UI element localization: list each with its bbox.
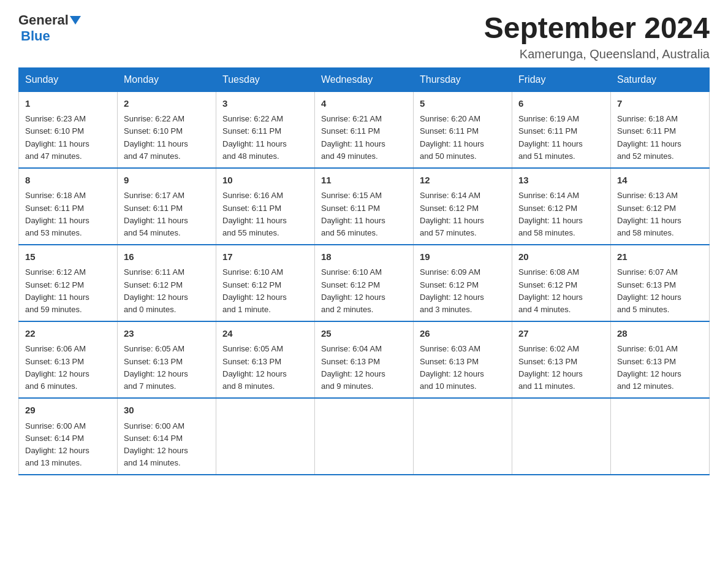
day-number: 8: [25, 174, 111, 188]
calendar-table: SundayMondayTuesdayWednesdayThursdayFrid…: [18, 67, 710, 475]
day-of-week-header: Saturday: [611, 67, 710, 91]
day-info: Sunrise: 6:00 AM Sunset: 6:14 PM Dayligh…: [25, 420, 111, 470]
day-info: Sunrise: 6:15 AM Sunset: 6:11 PM Dayligh…: [321, 190, 407, 239]
logo-triangle-top: [70, 16, 81, 25]
day-info: Sunrise: 6:16 AM Sunset: 6:11 PM Dayligh…: [222, 190, 308, 239]
day-info: Sunrise: 6:09 AM Sunset: 6:12 PM Dayligh…: [420, 266, 506, 316]
day-number: 18: [321, 250, 407, 264]
day-number: 27: [518, 327, 604, 341]
day-info: Sunrise: 6:14 AM Sunset: 6:12 PM Dayligh…: [518, 190, 604, 239]
day-number: 26: [420, 327, 506, 341]
logo-general: General: [18, 12, 69, 28]
day-number: 20: [518, 250, 604, 264]
day-number: 24: [222, 327, 308, 341]
calendar-cell: 16Sunrise: 6:11 AM Sunset: 6:12 PM Dayli…: [118, 245, 216, 321]
day-number: 7: [617, 97, 703, 111]
day-info: Sunrise: 6:21 AM Sunset: 6:11 PM Dayligh…: [321, 113, 407, 163]
calendar-cell: 28Sunrise: 6:01 AM Sunset: 6:13 PM Dayli…: [611, 321, 710, 398]
day-of-week-header: Sunday: [19, 67, 118, 91]
day-info: Sunrise: 6:03 AM Sunset: 6:13 PM Dayligh…: [420, 343, 506, 393]
calendar-cell: 14Sunrise: 6:13 AM Sunset: 6:12 PM Dayli…: [611, 168, 710, 245]
calendar-cell: 15Sunrise: 6:12 AM Sunset: 6:12 PM Dayli…: [19, 245, 118, 321]
calendar-cell: 5Sunrise: 6:20 AM Sunset: 6:11 PM Daylig…: [414, 91, 512, 168]
calendar-cell: 21Sunrise: 6:07 AM Sunset: 6:13 PM Dayli…: [611, 245, 710, 321]
day-info: Sunrise: 6:08 AM Sunset: 6:12 PM Dayligh…: [518, 266, 604, 316]
day-of-week-header: Tuesday: [216, 67, 315, 91]
calendar-cell: 22Sunrise: 6:06 AM Sunset: 6:13 PM Dayli…: [19, 321, 118, 398]
calendar-week-row: 15Sunrise: 6:12 AM Sunset: 6:12 PM Dayli…: [19, 245, 710, 321]
day-info: Sunrise: 6:10 AM Sunset: 6:12 PM Dayligh…: [321, 266, 407, 316]
day-info: Sunrise: 6:11 AM Sunset: 6:12 PM Dayligh…: [124, 266, 210, 316]
day-number: 19: [420, 250, 506, 264]
calendar-subtitle: Kamerunga, Queensland, Australia: [484, 47, 710, 61]
day-of-week-header: Thursday: [414, 67, 512, 91]
logo: General Blue: [18, 12, 81, 44]
day-info: Sunrise: 6:18 AM Sunset: 6:11 PM Dayligh…: [25, 190, 111, 239]
calendar-cell: 18Sunrise: 6:10 AM Sunset: 6:12 PM Dayli…: [315, 245, 414, 321]
calendar-cell: 9Sunrise: 6:17 AM Sunset: 6:11 PM Daylig…: [118, 168, 216, 245]
day-info: Sunrise: 6:10 AM Sunset: 6:12 PM Dayligh…: [222, 266, 308, 316]
day-number: 25: [321, 327, 407, 341]
day-info: Sunrise: 6:04 AM Sunset: 6:13 PM Dayligh…: [321, 343, 407, 393]
calendar-cell: 11Sunrise: 6:15 AM Sunset: 6:11 PM Dayli…: [315, 168, 414, 245]
calendar-cell: 7Sunrise: 6:18 AM Sunset: 6:11 PM Daylig…: [611, 91, 710, 168]
day-number: 5: [420, 97, 506, 111]
day-info: Sunrise: 6:20 AM Sunset: 6:11 PM Dayligh…: [420, 113, 506, 163]
day-of-week-header: Friday: [512, 67, 611, 91]
calendar-cell: 13Sunrise: 6:14 AM Sunset: 6:12 PM Dayli…: [512, 168, 611, 245]
calendar-cell: 12Sunrise: 6:14 AM Sunset: 6:12 PM Dayli…: [414, 168, 512, 245]
day-info: Sunrise: 6:22 AM Sunset: 6:11 PM Dayligh…: [222, 113, 308, 163]
day-number: 2: [124, 97, 210, 111]
calendar-cell: [611, 398, 710, 475]
day-number: 30: [124, 404, 210, 418]
calendar-title: September 2024: [484, 12, 710, 45]
calendar-week-row: 29Sunrise: 6:00 AM Sunset: 6:14 PM Dayli…: [19, 398, 710, 475]
calendar-cell: [216, 398, 315, 475]
calendar-week-row: 1Sunrise: 6:23 AM Sunset: 6:10 PM Daylig…: [19, 91, 710, 168]
calendar-cell: 1Sunrise: 6:23 AM Sunset: 6:10 PM Daylig…: [19, 91, 118, 168]
calendar-cell: 2Sunrise: 6:22 AM Sunset: 6:10 PM Daylig…: [118, 91, 216, 168]
calendar-cell: [414, 398, 512, 475]
title-block: September 2024 Kamerunga, Queensland, Au…: [484, 12, 710, 61]
day-info: Sunrise: 6:00 AM Sunset: 6:14 PM Dayligh…: [124, 420, 210, 470]
calendar-cell: 17Sunrise: 6:10 AM Sunset: 6:12 PM Dayli…: [216, 245, 315, 321]
day-of-week-header: Wednesday: [315, 67, 414, 91]
day-number: 13: [518, 174, 604, 188]
calendar-cell: 8Sunrise: 6:18 AM Sunset: 6:11 PM Daylig…: [19, 168, 118, 245]
calendar-week-row: 8Sunrise: 6:18 AM Sunset: 6:11 PM Daylig…: [19, 168, 710, 245]
day-number: 1: [25, 97, 111, 111]
calendar-cell: 30Sunrise: 6:00 AM Sunset: 6:14 PM Dayli…: [118, 398, 216, 475]
calendar-week-row: 22Sunrise: 6:06 AM Sunset: 6:13 PM Dayli…: [19, 321, 710, 398]
day-info: Sunrise: 6:14 AM Sunset: 6:12 PM Dayligh…: [420, 190, 506, 239]
day-number: 12: [420, 174, 506, 188]
day-number: 4: [321, 97, 407, 111]
calendar-cell: 10Sunrise: 6:16 AM Sunset: 6:11 PM Dayli…: [216, 168, 315, 245]
day-info: Sunrise: 6:06 AM Sunset: 6:13 PM Dayligh…: [25, 343, 111, 393]
day-number: 14: [617, 174, 703, 188]
day-number: 6: [518, 97, 604, 111]
calendar-cell: 3Sunrise: 6:22 AM Sunset: 6:11 PM Daylig…: [216, 91, 315, 168]
day-info: Sunrise: 6:01 AM Sunset: 6:13 PM Dayligh…: [617, 343, 703, 393]
day-info: Sunrise: 6:17 AM Sunset: 6:11 PM Dayligh…: [124, 190, 210, 239]
day-number: 22: [25, 327, 111, 341]
calendar-cell: 27Sunrise: 6:02 AM Sunset: 6:13 PM Dayli…: [512, 321, 611, 398]
day-info: Sunrise: 6:05 AM Sunset: 6:13 PM Dayligh…: [222, 343, 308, 393]
day-number: 15: [25, 250, 111, 264]
calendar-cell: 29Sunrise: 6:00 AM Sunset: 6:14 PM Dayli…: [19, 398, 118, 475]
day-number: 23: [124, 327, 210, 341]
day-info: Sunrise: 6:13 AM Sunset: 6:12 PM Dayligh…: [617, 190, 703, 239]
day-info: Sunrise: 6:22 AM Sunset: 6:10 PM Dayligh…: [124, 113, 210, 163]
day-of-week-header: Monday: [118, 67, 216, 91]
day-number: 28: [617, 327, 703, 341]
calendar-cell: 25Sunrise: 6:04 AM Sunset: 6:13 PM Dayli…: [315, 321, 414, 398]
calendar-header: SundayMondayTuesdayWednesdayThursdayFrid…: [19, 67, 710, 91]
day-info: Sunrise: 6:23 AM Sunset: 6:10 PM Dayligh…: [25, 113, 111, 163]
day-info: Sunrise: 6:18 AM Sunset: 6:11 PM Dayligh…: [617, 113, 703, 163]
calendar-cell: 26Sunrise: 6:03 AM Sunset: 6:13 PM Dayli…: [414, 321, 512, 398]
calendar-cell: 23Sunrise: 6:05 AM Sunset: 6:13 PM Dayli…: [118, 321, 216, 398]
calendar-cell: [315, 398, 414, 475]
calendar-cell: 20Sunrise: 6:08 AM Sunset: 6:12 PM Dayli…: [512, 245, 611, 321]
calendar-cell: 6Sunrise: 6:19 AM Sunset: 6:11 PM Daylig…: [512, 91, 611, 168]
day-info: Sunrise: 6:07 AM Sunset: 6:13 PM Dayligh…: [617, 266, 703, 316]
day-info: Sunrise: 6:12 AM Sunset: 6:12 PM Dayligh…: [25, 266, 111, 316]
